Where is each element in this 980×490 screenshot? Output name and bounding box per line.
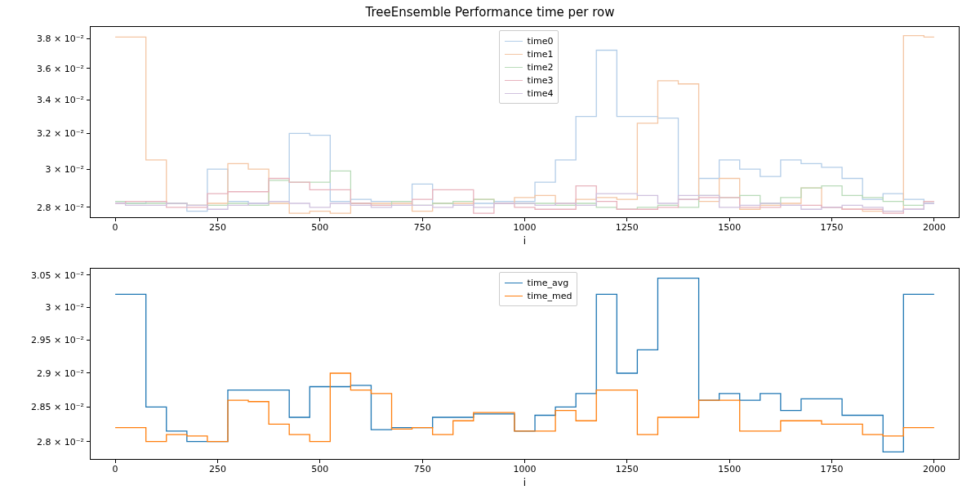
legend-bottom: time_avgtime_med — [499, 272, 578, 306]
legend-swatch — [505, 54, 523, 55]
y-tick-label: 2.9 × 10⁻² — [37, 368, 84, 379]
axes-bottom: time_avgtime_med 02505007501000125015001… — [90, 268, 960, 460]
y-tick-label: 3.8 × 10⁻² — [37, 33, 84, 44]
legend-entry-time0: time0 — [505, 34, 554, 47]
legend-swatch — [505, 41, 523, 42]
x-tick-label: 1500 — [718, 464, 741, 474]
legend-label: time1 — [528, 49, 554, 60]
legend-swatch — [505, 67, 523, 68]
legend-label: time_avg — [528, 278, 569, 288]
x-tick-label: 250 — [209, 464, 226, 474]
legend-entry-time3: time3 — [505, 74, 554, 87]
y-tick-label: 3.05 × 10⁻² — [31, 270, 84, 280]
x-tick-label: 0 — [113, 464, 118, 474]
figure-title: TreeEnsemble Performance time per row — [0, 5, 980, 20]
x-tick-label: 500 — [311, 464, 328, 474]
x-tick-label: 1750 — [821, 464, 844, 474]
y-tick-label: 2.95 × 10⁻² — [31, 335, 84, 345]
x-tick-label: 1250 — [616, 464, 639, 474]
x-tick-label: 1000 — [514, 464, 537, 474]
legend-label: time_med — [528, 291, 572, 301]
x-tick-label: 250 — [209, 222, 226, 233]
legend-label: time4 — [528, 88, 554, 99]
series-time4 — [115, 194, 934, 212]
x-tick-label: 2000 — [923, 464, 946, 474]
x-tick-label: 750 — [414, 222, 431, 233]
y-tick-label: 3 × 10⁻² — [46, 164, 84, 175]
legend-label: time3 — [528, 75, 554, 86]
axes-top: time0time1time2time3time4 02505007501000… — [90, 26, 960, 218]
x-tick-label: 1000 — [514, 222, 537, 233]
legend-entry-time2: time2 — [505, 60, 554, 74]
x-tick-label: 750 — [414, 464, 431, 474]
legend-swatch — [505, 80, 523, 81]
y-tick-label: 2.8 × 10⁻² — [37, 436, 84, 447]
y-tick-label: 2.8 × 10⁻² — [37, 202, 84, 212]
y-tick-label: 3.4 × 10⁻² — [37, 95, 84, 105]
xlabel-top: i — [90, 235, 960, 247]
legend-entry-time1: time1 — [505, 47, 554, 60]
x-tick-label: 500 — [311, 222, 328, 233]
y-tick-label: 3.2 × 10⁻² — [37, 128, 84, 139]
x-tick-label: 1500 — [718, 222, 741, 233]
x-tick-label: 2000 — [923, 222, 946, 233]
x-tick-label: 1750 — [821, 222, 844, 233]
series-time3 — [115, 178, 934, 213]
y-tick-label: 2.85 × 10⁻² — [31, 402, 84, 412]
x-tick-label: 1250 — [616, 222, 639, 233]
y-tick-label: 3 × 10⁻² — [46, 302, 84, 313]
legend-swatch — [505, 283, 523, 283]
legend-entry-time_med: time_med — [505, 289, 572, 302]
legend-entry-time_avg: time_avg — [505, 276, 572, 289]
y-tick-label: 3.6 × 10⁻² — [37, 63, 84, 74]
legend-swatch — [505, 296, 523, 296]
legend-top: time0time1time2time3time4 — [499, 30, 559, 104]
series-time_med — [115, 373, 934, 442]
legend-label: time2 — [528, 62, 554, 73]
legend-label: time0 — [528, 36, 554, 47]
x-tick-label: 0 — [113, 222, 118, 233]
figure: TreeEnsemble Performance time per row ti… — [0, 0, 980, 490]
xlabel-bottom: i — [90, 477, 960, 488]
legend-entry-time4: time4 — [505, 87, 554, 100]
legend-swatch — [505, 93, 523, 94]
